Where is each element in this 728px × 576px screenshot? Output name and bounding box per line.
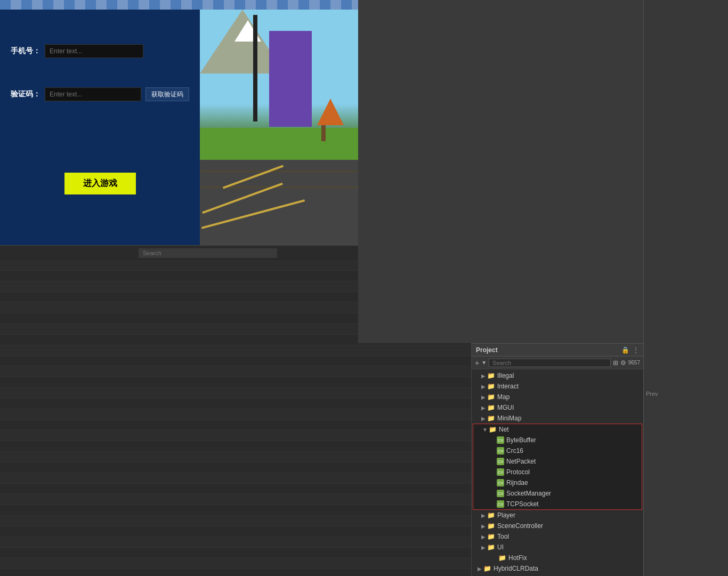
tree-item-crc16[interactable]: C# Crc16 — [473, 445, 642, 456]
settings-icon[interactable]: ⚙ — [620, 359, 626, 367]
log-line — [0, 548, 471, 558]
tree-item-illegal[interactable]: ▶ 📁 Illegal — [472, 370, 643, 381]
folder-icon: 📁 — [487, 393, 495, 401]
street-pole — [253, 15, 257, 121]
log-line — [0, 569, 471, 576]
phone-label: 手机号： — [11, 46, 41, 56]
project-toolbar: + ▼ ⊞ ⚙ 9657 — [472, 356, 643, 369]
add-button[interactable]: + — [475, 359, 479, 367]
tree-item-label: UI — [497, 543, 504, 551]
log-line — [0, 356, 471, 367]
log-line — [0, 409, 471, 420]
tree-item-mgui[interactable]: ▶ 📁 MGUI — [472, 402, 643, 413]
net-folder-group: ▼ 📁 Net C# ByteBuffer C# Crc16 C# NetPac… — [473, 424, 642, 510]
project-toolbar-icons: ⊞ ⚙ 9657 — [613, 359, 640, 367]
log-line — [0, 463, 471, 473]
game-scene — [200, 10, 358, 245]
tree-item-label: MGUI — [497, 404, 514, 411]
tree-item-hybridclrdata[interactable]: ▶ 📁 HybridCLRData — [472, 563, 643, 574]
arrow-icon: ▶ — [480, 373, 487, 379]
middle-area — [358, 245, 471, 343]
log-line — [0, 388, 471, 399]
code-input[interactable] — [45, 87, 141, 101]
game-viewport: 手机号： 验证码： 获取验证码 进入游戏 — [0, 0, 358, 245]
folder-icon: 📁 — [487, 372, 495, 379]
log-line — [0, 516, 471, 526]
asset-count: 9657 — [628, 360, 640, 366]
checkerboard-top — [0, 0, 358, 10]
arrow-icon: ▶ — [480, 534, 487, 540]
tree-item-label: Map — [497, 393, 509, 401]
tree-item-label: HybridCLRData — [494, 565, 538, 572]
tree-item-label: MiniMap — [497, 415, 521, 422]
tree-item-player[interactable]: ▶ 📁 Player — [472, 510, 643, 521]
project-panel: Project 🔒 ⋮ + ▼ ⊞ ⚙ 9657 ▶ 📁 Illegal ▶ 📁… — [471, 343, 643, 576]
tree-item-hotfix[interactable]: 📁 HotFix — [472, 553, 643, 563]
road — [200, 160, 358, 245]
dropdown-arrow[interactable]: ▼ — [481, 360, 487, 366]
tree-item-litjson[interactable]: ▶ 📁 LitJson — [472, 574, 643, 576]
project-title: Project — [476, 346, 621, 354]
tree-item-tool[interactable]: ▶ 📁 Tool — [472, 531, 643, 542]
tree-item-scenecontroller[interactable]: ▶ 📁 SceneController — [472, 521, 643, 531]
cs-file-icon: C# — [497, 436, 504, 444]
log-line — [0, 377, 471, 388]
log-line — [0, 399, 471, 409]
project-header: Project 🔒 ⋮ — [472, 344, 643, 356]
code-label: 验证码： — [11, 90, 41, 99]
tree-item-label: NetPacket — [506, 458, 536, 465]
log-line — [0, 558, 471, 569]
tree-item-label: Player — [497, 512, 515, 519]
log-line — [0, 473, 471, 484]
console-search-input[interactable] — [139, 248, 277, 258]
tree-item-rijndae[interactable]: C# Rijndae — [473, 477, 642, 488]
tree-item-netpacket[interactable]: C# NetPacket — [473, 456, 642, 467]
login-panel: 手机号： 验证码： 获取验证码 进入游戏 — [0, 10, 200, 245]
tree-item-net[interactable]: ▼ 📁 Net — [473, 424, 642, 435]
cs-file-icon: C# — [497, 468, 504, 476]
tree-item-interact[interactable]: ▶ 📁 Interact — [472, 381, 643, 392]
folder-icon: 📁 — [487, 383, 495, 390]
log-line — [0, 431, 471, 441]
grid-icon[interactable]: ⊞ — [613, 359, 618, 367]
folder-icon: 📁 — [487, 543, 495, 551]
tree-item-label: Tool — [497, 533, 509, 540]
log-line — [0, 367, 471, 377]
tree-item-ui[interactable]: ▶ 📁 UI — [472, 542, 643, 553]
tree-item-label: SocketManager — [506, 490, 551, 497]
lock-icon[interactable]: 🔒 — [621, 346, 629, 354]
cs-file-icon: C# — [497, 447, 504, 455]
tree-item-label: SceneController — [497, 522, 543, 530]
folder-icon: 📁 — [487, 533, 495, 540]
tree-item-label: Illegal — [497, 372, 514, 379]
arrow-icon: ▶ — [480, 384, 487, 390]
log-line — [0, 484, 471, 494]
log-line — [0, 494, 471, 505]
purple-building — [269, 31, 312, 127]
right-panel: Prev — [643, 0, 728, 576]
arrow-icon: ▶ — [476, 566, 483, 572]
tree-item-protocol[interactable]: C# Protocol — [473, 467, 642, 477]
phone-input[interactable] — [45, 44, 143, 58]
log-line — [0, 537, 471, 548]
log-line — [0, 526, 471, 537]
tree-item-bytebuffer[interactable]: C# ByteBuffer — [473, 435, 642, 445]
project-tree[interactable]: ▶ 📁 Illegal ▶ 📁 Interact ▶ 📁 Map ▶ 📁 MGU… — [472, 369, 643, 576]
tree-item-label: Interact — [497, 383, 519, 390]
enter-game-button[interactable]: 进入游戏 — [64, 173, 136, 194]
tree-item-label: Protocol — [506, 468, 530, 476]
tree-item-minimap[interactable]: ▶ 📁 MiniMap — [472, 413, 643, 424]
verify-button[interactable]: 获取验证码 — [145, 87, 189, 101]
arrow-icon: ▶ — [480, 394, 487, 400]
tree-item-label: Rijndae — [506, 479, 528, 486]
tree-item-tcpsocket[interactable]: C# TCPSocket — [473, 499, 642, 509]
tree-item-socketmanager[interactable]: C# SocketManager — [473, 488, 642, 499]
preview-label: Prev — [643, 388, 728, 400]
more-icon[interactable]: ⋮ — [633, 346, 639, 354]
project-search-input[interactable] — [489, 359, 611, 367]
tree-item-map[interactable]: ▶ 📁 Map — [472, 392, 643, 402]
tree-item-label: Crc16 — [506, 447, 523, 455]
arrow-icon: ▶ — [480, 416, 487, 421]
arrow-icon: ▶ — [480, 513, 487, 518]
tree-item-label: TCPSocket — [506, 500, 539, 508]
